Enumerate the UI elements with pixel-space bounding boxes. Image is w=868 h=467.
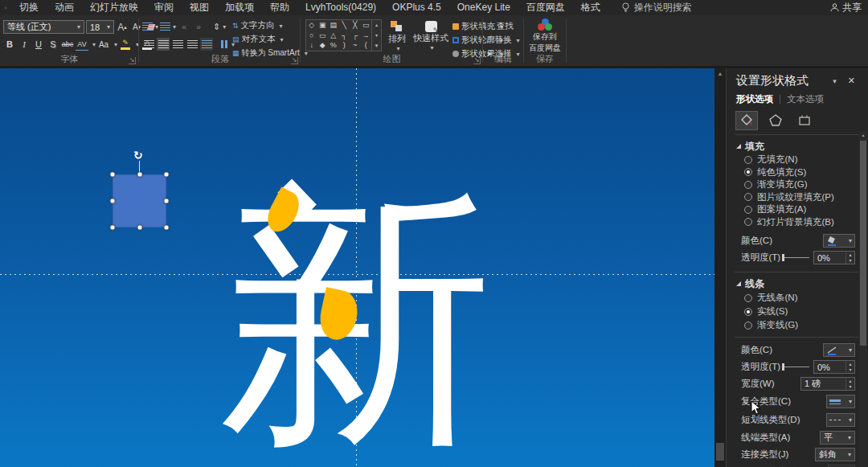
tab-slideshow[interactable]: 幻灯片放映 [82, 0, 146, 15]
bold-button[interactable]: B [3, 38, 16, 51]
panel-scroll-up-icon[interactable]: ▴ [859, 131, 867, 140]
spin-up-icon[interactable]: ▴ [846, 252, 854, 258]
numbering-button[interactable]: ▾ [160, 20, 176, 33]
text-shadow-button[interactable]: S [47, 38, 59, 51]
fill-option-slide-bg[interactable]: 幻灯片背景填充(B) [736, 216, 855, 229]
change-case-button[interactable]: Aa [97, 38, 110, 51]
cap-type-dropdown[interactable]: 平 ▾ [820, 431, 855, 444]
panel-scrollbar[interactable]: ▴ [859, 131, 867, 467]
line-section-header[interactable]: 线条 [736, 277, 855, 291]
line-spacing-button[interactable]: ⇕▾ [213, 20, 226, 33]
arrange-button[interactable]: 排列 ▾ [386, 21, 408, 52]
line-option-solid[interactable]: 实线(S) [736, 305, 855, 318]
save-to-netdisk-button[interactable]: 保存到 百度网盘 [527, 18, 563, 54]
compound-type-dropdown[interactable]: ▾ [826, 395, 855, 408]
spin-up-icon[interactable]: ▴ [846, 379, 854, 384]
tell-me-search[interactable]: 操作说明搜索 [621, 1, 692, 14]
tab-review[interactable]: 审阅 [146, 0, 182, 15]
justify-button[interactable] [186, 38, 199, 51]
rotation-handle[interactable]: ↻ [133, 149, 143, 162]
tab-text-options[interactable]: 文本选项 [787, 93, 824, 105]
fill-option-picture[interactable]: 图片或纹理填充(P) [736, 191, 855, 204]
drawing-dialog-launcher[interactable]: ↘ [473, 57, 481, 64]
tab-lvyhtools[interactable]: LvyhTools(0429) [297, 0, 384, 15]
tab-addins[interactable]: 加载项 [217, 0, 262, 15]
text-direction-button[interactable]: ⇅文字方向▾ [232, 19, 308, 32]
font-name-combo[interactable]: 等线 (正文) ▾ [3, 20, 84, 34]
spin-down-icon[interactable]: ▾ [846, 258, 854, 264]
line-option-none[interactable]: 无线条(N) [736, 291, 855, 305]
selected-rectangle-shape[interactable] [113, 174, 166, 227]
tab-transitions[interactable]: 切换 [11, 0, 47, 15]
distribute-button[interactable] [200, 38, 213, 51]
shrink-font-button[interactable]: A▾ [130, 21, 143, 34]
slider-thumb[interactable] [782, 363, 784, 371]
tab-format[interactable]: 格式 [573, 0, 608, 15]
resize-handle-sw[interactable] [110, 225, 116, 231]
slide-canvas[interactable]: 新 ↻ [0, 68, 714, 467]
paragraph-dialog-launcher[interactable]: ↘ [291, 57, 298, 64]
resize-handle-ne[interactable] [164, 172, 170, 178]
tab-shape-options[interactable]: 形状选项 [736, 93, 773, 105]
replace-button[interactable]: ⇄替换▾ [486, 34, 520, 47]
align-text-button[interactable]: ▤对齐文本▾ [232, 33, 308, 46]
close-icon[interactable]: ✕ [848, 76, 855, 86]
gallery-scrollbar[interactable]: ▴ ▾ ▼ [371, 20, 381, 51]
tab-animations[interactable]: 动画 [47, 0, 82, 15]
gallery-more-icon[interactable]: ▼ [372, 41, 381, 51]
fill-line-tab-button[interactable] [736, 112, 757, 129]
font-size-combo[interactable]: 18 ▾ [86, 20, 114, 34]
gallery-up-icon[interactable]: ▴ [372, 20, 381, 31]
quick-styles-button[interactable]: ✎ 快速样式 ▾ [411, 21, 450, 51]
share-button[interactable]: 共享 [830, 1, 868, 14]
fill-section-header[interactable]: 填充 [736, 139, 855, 154]
italic-button[interactable]: I [18, 38, 31, 51]
resize-handle-nw[interactable] [110, 172, 116, 178]
tab-onekey[interactable]: OneKey Lite [449, 0, 518, 15]
gallery-down-icon[interactable]: ▾ [372, 31, 381, 41]
size-properties-tab-button[interactable] [794, 112, 815, 129]
line-color-button[interactable]: ▾ [823, 343, 855, 357]
spin-up-icon[interactable]: ▴ [846, 362, 854, 367]
shapes-gallery[interactable]: ◇▣▤╲╳▭ ○▭△┐┌→ ↓◆%)~( ▴ ▾ ▼ [305, 19, 382, 51]
fill-color-button[interactable]: ▾ [823, 234, 855, 248]
tab-view[interactable]: 视图 [182, 0, 217, 15]
resize-handle-s[interactable] [137, 225, 143, 231]
line-transparency-spinner[interactable]: 0% ▴▾ [813, 360, 855, 374]
canvas-scrollbar[interactable]: ▲ [714, 68, 726, 467]
resize-handle-se[interactable] [164, 225, 170, 231]
char-spacing-button[interactable]: AV [76, 38, 88, 51]
resize-handle-w[interactable] [110, 199, 116, 204]
underline-button[interactable]: U [32, 38, 45, 51]
grow-font-button[interactable]: A▴ [116, 21, 129, 34]
join-type-dropdown[interactable]: 斜角 ▾ [815, 448, 855, 461]
align-right-button[interactable] [171, 38, 184, 51]
tab-okplus[interactable]: OKPlus 4.5 [384, 0, 449, 15]
bullets-button[interactable]: ▾ [142, 20, 158, 33]
line-width-spinner[interactable]: 1 磅 ▴▾ [800, 377, 855, 391]
panel-scrollbar-handle[interactable] [860, 141, 866, 346]
resize-handle-e[interactable] [164, 199, 170, 204]
scroll-up-icon[interactable]: ▲ [714, 68, 726, 80]
panel-menu-icon[interactable]: ▾ [833, 77, 837, 85]
line-transparency-slider[interactable] [782, 363, 809, 371]
strikethrough-button[interactable]: abc [61, 38, 74, 51]
fill-option-gradient[interactable]: 渐变填充(G) [736, 178, 855, 191]
fill-option-solid[interactable]: 纯色填充(S) [736, 166, 855, 179]
scrollbar-handle[interactable] [716, 443, 724, 461]
line-option-gradient[interactable]: 渐变线(G) [736, 318, 855, 332]
align-center-button[interactable] [157, 38, 170, 51]
font-dialog-launcher[interactable]: ↘ [129, 57, 136, 64]
fill-transparency-slider[interactable] [782, 254, 809, 261]
spin-down-icon[interactable]: ▾ [846, 384, 854, 390]
fill-option-none[interactable]: 无填充(N) [736, 154, 855, 166]
decrease-indent-button[interactable]: « [178, 20, 190, 33]
spin-down-icon[interactable]: ▾ [846, 367, 854, 373]
slider-thumb[interactable] [782, 254, 784, 261]
fill-option-pattern[interactable]: 图案填充(A) [736, 203, 855, 216]
tab-baidu-netdisk[interactable]: 百度网盘 [518, 0, 573, 15]
align-left-button[interactable] [142, 38, 155, 51]
resize-handle-n[interactable] [137, 172, 143, 178]
effects-tab-button[interactable] [765, 112, 786, 129]
fill-transparency-spinner[interactable]: 0% ▴▾ [813, 251, 855, 264]
